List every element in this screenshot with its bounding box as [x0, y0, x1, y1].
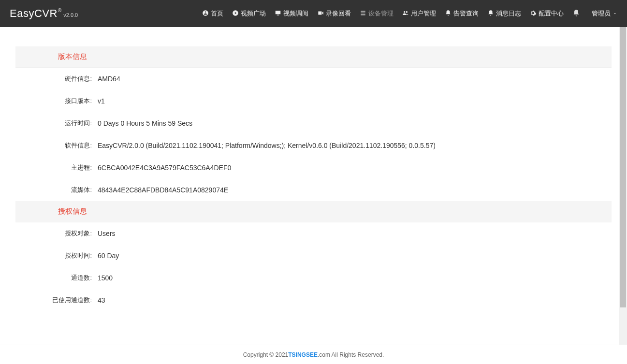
value-uptime: 0 Days 0 Hours 5 Mins 59 Secs — [98, 119, 192, 127]
version-section-title: 版本信息 — [58, 52, 87, 60]
license-section-header: 授权信息 — [15, 201, 612, 222]
label-interface: 接口版本: — [15, 97, 98, 105]
nav-msg-log-label: 消息日志 — [496, 9, 521, 18]
gear-icon — [530, 10, 537, 18]
notification-bell-icon — [572, 11, 580, 18]
label-used-channels: 已使用通道数: — [15, 296, 98, 305]
row-stream: 流媒体: 4843A4E2C88AFDBD84A5C91A0829074E — [15, 179, 612, 201]
label-license-target: 授权对象: — [15, 229, 98, 238]
value-license-time: 60 Day — [98, 252, 119, 260]
device-icon — [360, 10, 366, 18]
bell-icon — [487, 10, 494, 18]
nav-user-mgmt[interactable]: 用户管理 — [402, 9, 436, 18]
product-name: EasyCVR — [10, 7, 58, 20]
page-content: 版本信息 硬件信息: AMD64 接口版本: v1 运行时间: 0 Days 0… — [0, 27, 627, 345]
label-channels: 通道数: — [15, 274, 98, 282]
nav-video-square-label: 视频广场 — [241, 9, 266, 18]
main-nav: 首页 视频广场 视频调阅 录像回看 设备管理 用户管理 告警查询 消息日志 — [202, 9, 617, 18]
nav-alarm-query-label: 告警查询 — [453, 9, 479, 18]
nav-alarm-query[interactable]: 告警查询 — [445, 9, 479, 18]
value-channels: 1500 — [98, 274, 113, 282]
nav-record-review-label: 录像回看 — [326, 9, 351, 18]
label-software: 软件信息: — [15, 141, 98, 150]
nav-device-mgmt[interactable]: 设备管理 — [360, 9, 394, 18]
value-interface: v1 — [98, 97, 105, 105]
label-stream: 流媒体: — [15, 186, 98, 194]
monitor-icon — [275, 10, 281, 18]
nav-msg-log[interactable]: 消息日志 — [487, 9, 521, 18]
version-section-header: 版本信息 — [15, 46, 612, 68]
row-interface: 接口版本: v1 — [15, 90, 612, 112]
row-license-time: 授权时间: 60 Day — [15, 245, 612, 267]
nav-user-mgmt-label: 用户管理 — [411, 9, 436, 18]
value-used-channels: 43 — [98, 296, 105, 304]
chevron-down-icon — [612, 11, 617, 16]
nav-video-call-label: 视频调阅 — [283, 9, 308, 18]
footer-prefix: Copyright © 2021 — [243, 351, 289, 358]
footer-brand[interactable]: Tsingsee — [288, 351, 318, 358]
value-license-target: Users — [98, 230, 116, 237]
value-software: EasyCVR/2.0.0 (Build/2021.1102.190041; P… — [98, 142, 436, 149]
notifications-button[interactable] — [572, 9, 580, 18]
nav-config-center-label: 配置中心 — [539, 9, 564, 18]
row-software: 软件信息: EasyCVR/2.0.0 (Build/2021.1102.190… — [15, 134, 612, 157]
product-version: v2.0.0 — [63, 12, 78, 18]
nav-video-call[interactable]: 视频调阅 — [275, 9, 308, 18]
user-label: 管理员 — [592, 9, 611, 18]
scrollbar-thumb[interactable] — [620, 27, 626, 307]
users-icon — [402, 10, 409, 18]
footer: Copyright © 2021 Tsingsee .com All Right… — [0, 345, 627, 364]
video-icon — [317, 10, 324, 18]
label-uptime: 运行时间: — [15, 119, 98, 128]
play-circle-icon — [232, 10, 239, 18]
label-hardware: 硬件信息: — [15, 74, 98, 83]
row-channels: 通道数: 1500 — [15, 267, 612, 289]
value-hardware: AMD64 — [98, 75, 120, 83]
alarm-icon — [445, 10, 452, 18]
nav-video-square[interactable]: 视频广场 — [232, 9, 266, 18]
user-menu[interactable]: 管理员 — [592, 9, 617, 18]
nav-config-center[interactable]: 配置中心 — [530, 9, 564, 18]
row-uptime: 运行时间: 0 Days 0 Hours 5 Mins 59 Secs — [15, 112, 612, 134]
row-used-channels: 已使用通道数: 43 — [15, 289, 612, 311]
dashboard-icon — [202, 10, 209, 18]
nav-device-mgmt-label: 设备管理 — [368, 9, 394, 18]
label-main-process: 主进程: — [15, 163, 98, 172]
nav-home[interactable]: 首页 — [202, 9, 223, 18]
row-hardware: 硬件信息: AMD64 — [15, 68, 612, 90]
value-main-process: 6CBCA0042E4C3A9A579FAC53C6A4DEF0 — [98, 164, 231, 172]
scrollbar[interactable] — [619, 27, 627, 345]
value-stream: 4843A4E2C88AFDBD84A5C91A0829074E — [98, 186, 228, 194]
label-license-time: 授权时间: — [15, 251, 98, 260]
registered-mark: ® — [58, 8, 61, 13]
product-logo: EasyCVR ® v2.0.0 — [10, 7, 78, 20]
footer-suffix: .com All Rights Reserved. — [318, 351, 384, 358]
nav-home-label: 首页 — [211, 9, 223, 18]
row-main-process: 主进程: 6CBCA0042E4C3A9A579FAC53C6A4DEF0 — [15, 157, 612, 179]
nav-record-review[interactable]: 录像回看 — [317, 9, 351, 18]
info-panel: 版本信息 硬件信息: AMD64 接口版本: v1 运行时间: 0 Days 0… — [15, 46, 612, 311]
license-section-title: 授权信息 — [58, 207, 87, 215]
top-nav-bar: EasyCVR ® v2.0.0 首页 视频广场 视频调阅 录像回看 设备管理 … — [0, 0, 627, 27]
row-license-target: 授权对象: Users — [15, 222, 612, 245]
